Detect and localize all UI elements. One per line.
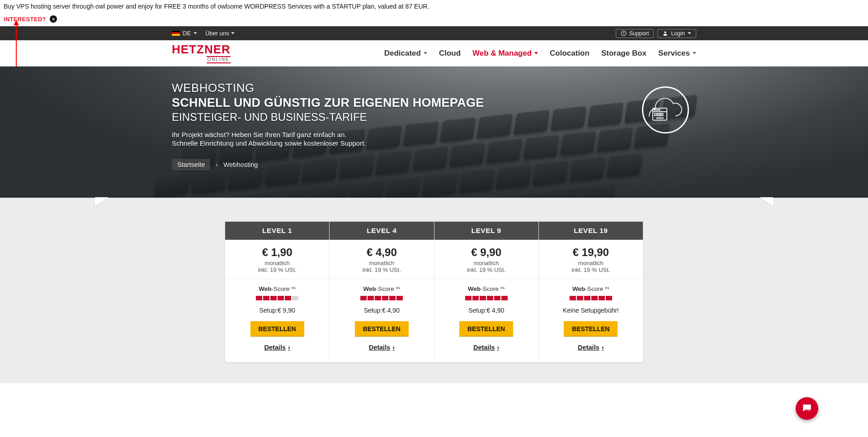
plan-period: monatlich	[229, 260, 326, 266]
details-link[interactable]: Details›	[473, 344, 499, 351]
pricing-section: LEVEL 1 € 1,90 monatlich inkl. 19 % USt.…	[0, 198, 868, 383]
plan-price-block: € 19,90 monatlich inkl. 19 % USt.	[539, 240, 643, 279]
score-block-icon	[501, 296, 508, 300]
svg-point-7	[654, 109, 655, 110]
score-block-icon	[584, 296, 590, 300]
promo-text: Buy VPS hosting server through owl power…	[4, 3, 864, 10]
score-block-icon	[389, 296, 396, 300]
plan-score-bar	[229, 296, 326, 300]
plan-setup-fee: Setup:€ 9,90	[229, 307, 326, 314]
chevron-down-icon	[193, 32, 197, 34]
chevron-right-icon: ›	[392, 344, 395, 351]
score-block-icon	[270, 296, 277, 300]
svg-point-4	[665, 31, 666, 33]
order-button[interactable]: BESTELLEN	[250, 321, 304, 337]
language-selector[interactable]: DE	[172, 30, 197, 37]
score-block-icon	[360, 296, 367, 300]
order-button[interactable]: BESTELLEN	[355, 321, 409, 337]
plan-name: LEVEL 4	[330, 222, 434, 240]
hero-paragraph-1: Ihr Projekt wächst? Heben Sie Ihren Tari…	[172, 131, 696, 138]
hero-cloud-browser-icon: WWW	[642, 86, 689, 133]
plan-webscore-label: Web-Score *¹	[542, 285, 639, 292]
nav-web-managed[interactable]: Web & Managed	[472, 49, 538, 58]
nav-dedicated[interactable]: Dedicated	[384, 49, 427, 58]
plan-price-block: € 4,90 monatlich inkl. 19 % USt.	[330, 240, 434, 279]
chevron-right-icon: ›	[288, 344, 290, 351]
pricing-table: LEVEL 1 € 1,90 monatlich inkl. 19 % USt.…	[225, 221, 643, 362]
plan-name: LEVEL 9	[434, 222, 538, 240]
plan-setup-fee: Setup:€ 4,90	[438, 307, 535, 314]
user-icon	[662, 30, 668, 36]
support-label: Support	[629, 30, 649, 37]
plan-period: monatlich	[438, 260, 535, 266]
pricing-plan: LEVEL 9 € 9,90 monatlich inkl. 19 % USt.…	[434, 221, 539, 362]
plan-tax: inkl. 19 % USt.	[542, 266, 639, 273]
breadcrumb-current: Webhosting	[223, 161, 258, 168]
logo-text: HETZNER	[172, 43, 231, 55]
plan-price: € 4,90	[333, 246, 430, 259]
score-block-icon	[591, 296, 598, 300]
plan-name: LEVEL 1	[225, 222, 329, 240]
plan-price: € 1,90	[229, 246, 326, 259]
nav-label: Storage Box	[601, 49, 646, 58]
about-us-link[interactable]: Über uns	[205, 30, 235, 37]
details-link[interactable]: Details›	[369, 344, 395, 351]
pricing-plan: LEVEL 1 € 1,90 monatlich inkl. 19 % USt.…	[225, 221, 330, 362]
logo[interactable]: HETZNER ONLINE	[172, 43, 231, 63]
order-button[interactable]: BESTELLEN	[459, 321, 513, 337]
top-utility-bar: DE Über uns ? Support Login	[0, 26, 868, 40]
plan-price-block: € 1,90 monatlich inkl. 19 % USt.	[225, 240, 329, 279]
nav-cloud[interactable]: Cloud	[439, 49, 461, 58]
decor-notch-left	[95, 197, 108, 206]
nav-label: Colocation	[550, 49, 590, 58]
nav-label: Cloud	[439, 49, 461, 58]
login-button[interactable]: Login	[657, 29, 696, 38]
details-link[interactable]: Details›	[578, 344, 604, 351]
score-block-icon	[382, 296, 388, 300]
score-block-icon	[570, 296, 576, 300]
hero-title-1: WEBHOSTING	[172, 81, 696, 95]
hero-title-3: EINSTEIGER- UND BUSINESS-TARIFE	[172, 111, 696, 124]
plan-period: monatlich	[542, 260, 639, 266]
score-block-icon	[606, 296, 612, 300]
nav-services[interactable]: Services	[658, 49, 696, 58]
plan-setup-fee: Setup:€ 4,90	[333, 307, 430, 314]
plan-webscore-label: Web-Score *¹	[333, 285, 430, 292]
plan-tax: inkl. 19 % USt.	[438, 266, 535, 273]
nav-label: Web & Managed	[472, 49, 532, 58]
plan-webscore-label: Web-Score *¹	[229, 285, 326, 292]
pricing-plan: LEVEL 4 € 4,90 monatlich inkl. 19 % USt.…	[329, 221, 434, 362]
flag-de-icon	[172, 31, 180, 36]
score-block-icon	[256, 296, 262, 300]
plan-price-block: € 9,90 monatlich inkl. 19 % USt.	[434, 240, 538, 279]
plan-tax: inkl. 19 % USt.	[229, 266, 326, 273]
breadcrumb-separator-icon: ›	[216, 161, 218, 168]
plan-name: LEVEL 19	[539, 222, 643, 240]
support-button[interactable]: ? Support	[616, 29, 654, 38]
details-link[interactable]: Details›	[264, 344, 290, 351]
chevron-down-icon	[688, 32, 691, 34]
nav-storage-box[interactable]: Storage Box	[601, 49, 646, 58]
nav-colocation[interactable]: Colocation	[550, 49, 590, 58]
plan-score-bar	[438, 296, 535, 300]
svg-rect-11	[658, 114, 660, 116]
order-button[interactable]: BESTELLEN	[564, 321, 618, 337]
logo-subtext: ONLINE	[207, 56, 231, 63]
plan-score-bar	[333, 296, 430, 300]
breadcrumb-home[interactable]: Startseite	[172, 159, 210, 171]
plan-price: € 19,90	[542, 246, 639, 259]
pricing-plan: LEVEL 19 € 19,90 monatlich inkl. 19 % US…	[538, 221, 643, 362]
svg-text:?: ?	[623, 32, 624, 35]
hero-paragraph-2: Schnelle Einrichtung und Abwicklung sowi…	[172, 139, 696, 147]
score-block-icon	[278, 296, 284, 300]
login-label: Login	[671, 30, 685, 37]
plan-price: € 9,90	[438, 246, 535, 259]
promo-interested-link[interactable]: INTERESTED?	[4, 16, 46, 23]
promo-close-icon[interactable]: ✕	[50, 15, 57, 23]
chevron-right-icon: ›	[497, 344, 499, 351]
plan-tax: inkl. 19 % USt.	[333, 266, 430, 273]
language-code: DE	[183, 30, 191, 37]
score-block-icon	[465, 296, 472, 300]
plan-setup-fee: Keine Setupgebühr!	[542, 307, 639, 314]
score-block-icon	[396, 296, 403, 300]
